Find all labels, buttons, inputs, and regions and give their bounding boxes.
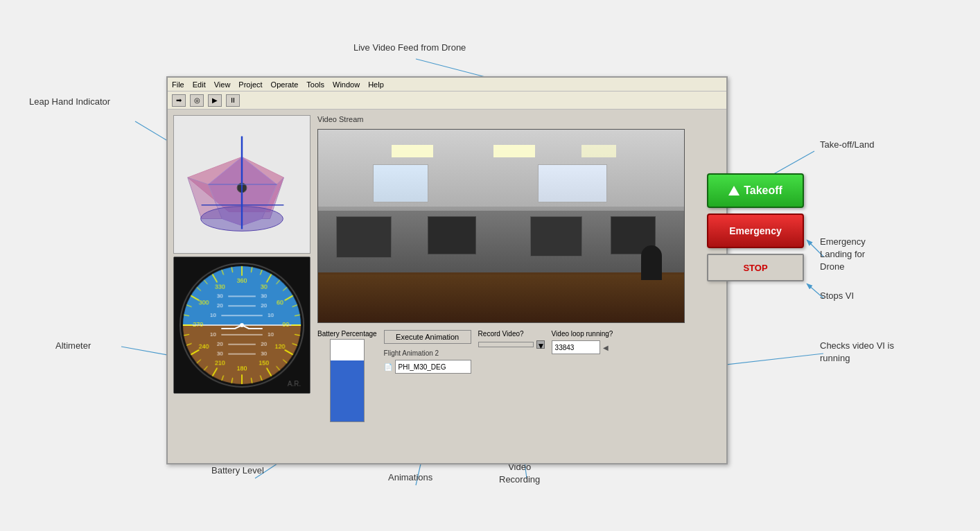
video-light-2 [493,145,535,157]
video-background [318,130,684,322]
video-light-3 [581,145,616,157]
emergency-button[interactable]: Emergency [707,214,804,248]
center-panel: Video Stream [317,115,721,458]
battery-section: Battery Percentage [317,330,377,422]
video-loop-label: Video loop running? [552,330,613,338]
video-monitor-3 [530,216,582,256]
toolbar-target-btn[interactable]: ◎ [190,94,204,107]
record-indicator: ▼ [536,340,545,349]
menu-tools[interactable]: Tools [306,80,324,89]
video-recording-annotation: VideoRecording [499,461,540,486]
video-loop-value[interactable] [552,340,600,354]
controls-row: Battery Percentage Execute Animation Fli… [317,330,721,422]
video-loop-arrow-icon: ◀ [603,344,609,351]
menu-bar: File Edit View Project Operate Tools Win… [168,78,726,92]
menu-help[interactable]: Help [368,80,384,89]
leap-hand-annotation: Leap Hand Indicator [29,96,110,108]
live-video-annotation: Live Video Feed from Drone [353,42,466,54]
altimeter-canvas [174,257,310,393]
left-panel [173,115,312,458]
main-content: Video Stream [168,110,726,463]
video-window-2 [538,164,607,202]
animation-section: Execute Animation Flight Animation 2 📄 [384,330,471,374]
battery-fill [331,360,364,422]
menu-view[interactable]: View [214,80,231,89]
stop-button[interactable]: STOP [707,254,804,281]
video-monitor-1 [336,216,392,258]
phi-input[interactable] [395,360,471,374]
video-floor [318,275,684,323]
toolbar-arrow-btn[interactable]: ➡ [172,94,186,107]
toolbar: ➡ ◎ ▶ ⏸ [168,92,726,110]
altimeter-annotation: Altimeter [55,340,91,352]
execute-animation-btn[interactable]: Execute Animation [384,330,471,344]
menu-edit[interactable]: Edit [193,80,206,89]
takeoff-label: Takeoff [744,184,782,197]
battery-level-annotation: Battery Level [211,464,264,477]
menu-file[interactable]: File [172,80,184,89]
video-frame [317,129,685,323]
video-loop-section: Video loop running? ◀ [552,330,613,354]
takeoff-button[interactable]: Takeoff [707,173,804,208]
right-buttons-panel: Takeoff Emergency STOP [707,173,804,281]
altimeter [173,256,310,394]
video-monitor-2 [428,216,476,254]
leap-3d-svg [174,116,310,253]
stops-vi-annotation: Stops VI [820,290,854,302]
toolbar-pause-btn[interactable]: ⏸ [226,94,240,107]
emergency-label: Emergency [729,225,781,236]
app-window: File Edit View Project Operate Tools Win… [166,76,728,464]
takeoff-land-annotation: Take-off/Land [820,139,875,151]
battery-bar-container [330,339,365,422]
battery-label: Battery Percentage [317,330,377,338]
flight-animation-label: Flight Animation 2 [384,349,471,357]
video-window-1 [373,164,428,202]
toolbar-play-btn[interactable]: ▶ [208,94,222,107]
record-btn[interactable] [478,342,534,347]
video-person [641,245,662,280]
emergency-landing-annotation: EmergencyLanding forDrone [820,236,866,274]
menu-window[interactable]: Window [333,80,360,89]
menu-project[interactable]: Project [238,80,262,89]
stop-label: STOP [743,263,767,273]
checks-video-annotation: Checks video VI isrunning [820,340,894,365]
takeoff-icon [728,186,740,195]
video-stream-label: Video Stream [317,115,721,123]
phi-icon: 📄 [384,363,392,371]
animations-annotation: Animations [388,471,432,484]
video-light-1 [392,145,433,157]
record-label: Record Video? [478,330,545,338]
record-section: Record Video? ▼ [478,330,545,349]
menu-operate[interactable]: Operate [271,80,299,89]
leap-hand-indicator [173,115,310,254]
